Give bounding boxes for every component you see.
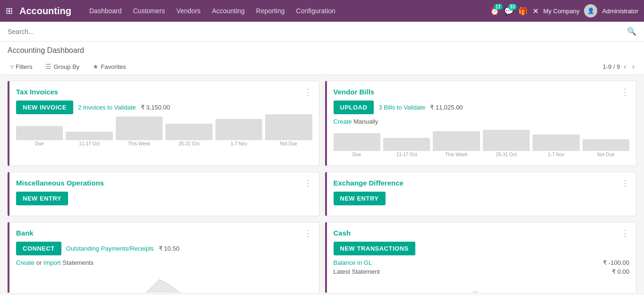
nav-dashboard[interactable]: Dashboard [85,4,127,17]
chart-bar[interactable] [433,131,480,151]
bank-create-import: Create or Import Statements [16,259,312,266]
cash-info: Balance in GL ₹ -100.00 Latest Statement… [334,259,630,275]
exchange-difference-menu[interactable]: ⋮ [621,179,629,187]
misc-operations-menu[interactable]: ⋮ [304,179,312,187]
manually-label: Manually [353,118,378,125]
misc-operations-actions: NEW ENTRY [16,192,312,205]
tax-invoices-amount: ₹ 3,150.00 [141,104,170,111]
tax-invoices-actions: NEW INVOICE 2 Invoices to Validate ₹ 3,1… [16,101,312,114]
topnav-right: ⏰ 17 💬 33 🎁 ✕ My Company 👤 Administrator [490,4,638,17]
star-icon: ★ [93,63,99,70]
bank-menu[interactable]: ⋮ [304,229,312,237]
chart-bar[interactable] [334,133,380,151]
grid-icon[interactable]: ⊞ [6,6,13,16]
cash-latest-label: Latest Statement [334,268,380,275]
bank-actions: CONNECT Outstanding Payments/Receipts ₹ … [16,242,312,255]
chart-label: 11-17 Oct [79,141,100,146]
nav-customers[interactable]: Customers [129,4,170,17]
bank-chart-placeholder [16,270,312,293]
chart-column: 11-17 Oct [383,138,430,157]
svg-marker-0 [140,279,188,293]
tax-invoices-header: Tax Invoices ⋮ [16,88,312,101]
nav-accounting[interactable]: Accounting [207,4,249,17]
chart-bar[interactable] [532,135,579,151]
activity-badge: 17 [494,4,503,10]
cash-latest-value: ₹ 0.00 [612,268,629,275]
favorites-label: Favorites [101,63,126,70]
chart-bar[interactable] [265,114,312,140]
tax-invoices-stat[interactable]: 2 Invoices to Validate [78,104,136,111]
exchange-difference-card: Exchange Difference ⋮ NEW ENTRY [325,172,637,216]
connect-button[interactable]: CONNECT [16,242,61,255]
filter-icon: ▿ [10,63,14,70]
cash-balance-label[interactable]: Balance in GL [334,259,372,266]
bank-outstanding-label[interactable]: Outstanding Payments/Receipts [66,245,154,252]
chart-bar[interactable] [383,138,430,151]
bank-header: Bank ⋮ [16,229,312,242]
exchange-difference-actions: NEW ENTRY [334,192,630,205]
favorites-btn[interactable]: ★ Favorites [90,61,129,72]
chart-bar[interactable] [165,124,212,140]
cash-header: Cash ⋮ [334,229,630,242]
vendor-bills-title: Vendor Bills [334,88,375,96]
chart-label: Not Due [597,152,615,157]
cash-title: Cash [334,229,351,237]
bank-create-link[interactable]: Create [16,259,34,266]
tax-invoices-menu[interactable]: ⋮ [304,88,312,96]
chart-column: 1-7 Nov [532,135,579,157]
bank-import-link[interactable]: Import [43,259,61,266]
chart-bar[interactable] [66,132,112,140]
chart-column: Not Due [265,114,312,146]
vendor-bills-header: Vendor Bills ⋮ [334,88,630,101]
vendor-bills-menu[interactable]: ⋮ [621,88,629,96]
exchange-new-entry-button[interactable]: NEW ENTRY [334,192,386,205]
pagination-next[interactable]: › [630,61,636,72]
nav-reporting[interactable]: Reporting [251,4,290,17]
vendor-bills-chart: Due11-17 OctThis Week25-31 Oct1-7 NovNot… [334,129,630,157]
chart-label: This Week [446,152,468,157]
search-icon[interactable]: 🔍 [627,27,636,36]
chart-bar[interactable] [16,126,63,140]
misc-operations-title: Miscellaneous Operations [16,179,104,187]
search-input[interactable] [8,28,627,35]
chart-label: 25-31 Oct [179,141,199,146]
cash-balance-value: ₹ -100.00 [603,259,629,266]
nav-configuration[interactable]: Configuration [292,4,340,17]
chart-bar[interactable] [116,117,163,140]
pagination-prev[interactable]: ‹ [622,61,628,72]
username[interactable]: Administrator [602,8,638,15]
messages-badge: 33 [508,4,517,10]
chart-label: 1-7 Nov [231,141,247,146]
dashboard-main: Tax Invoices ⋮ NEW INVOICE 2 Invoices to… [0,75,644,293]
chart-column: This Week [433,131,480,157]
chart-bar[interactable] [483,130,530,151]
filters-label: Filters [16,63,32,70]
bank-statements-label: Statements [62,259,94,266]
upload-button[interactable]: UPLOAD [334,101,374,114]
cash-menu[interactable]: ⋮ [621,229,629,237]
page-title: Accounting Dashboard [8,46,636,59]
chart-label: 1-7 Nov [548,152,564,157]
pagination-info: 1-9 / 9 [602,63,620,70]
messages-icon-btn[interactable]: 💬 33 [504,7,514,16]
chart-bar[interactable] [583,139,629,151]
tax-invoices-title: Tax Invoices [16,88,58,96]
close-icon-btn[interactable]: ✕ [532,7,539,16]
groupby-btn[interactable]: ☰ Group By [43,61,82,72]
misc-new-entry-button[interactable]: NEW ENTRY [16,192,68,205]
nav-vendors[interactable]: Vendors [172,4,205,17]
create-link[interactable]: Create [334,118,352,125]
vendor-bills-actions: UPLOAD 3 Bills to Validate ₹ 11,025.00 [334,101,630,114]
gift-icon-btn[interactable]: 🎁 [518,7,528,16]
filters-btn[interactable]: ▿ Filters [8,61,35,72]
chart-label: 25-31 Oct [496,152,517,157]
new-invoice-button[interactable]: NEW INVOICE [16,101,73,114]
cash-actions: NEW TRANSACTIONS [334,242,630,255]
new-transactions-button[interactable]: NEW TRANSACTIONS [334,242,415,255]
cash-chart-placeholder [334,279,630,293]
chart-bar[interactable] [215,119,262,140]
activity-icon-btn[interactable]: ⏰ 17 [490,7,499,16]
vendor-bills-stat[interactable]: 3 Bills to Validate [378,104,425,111]
company-selector[interactable]: My Company [543,8,580,15]
avatar[interactable]: 👤 [584,4,597,17]
